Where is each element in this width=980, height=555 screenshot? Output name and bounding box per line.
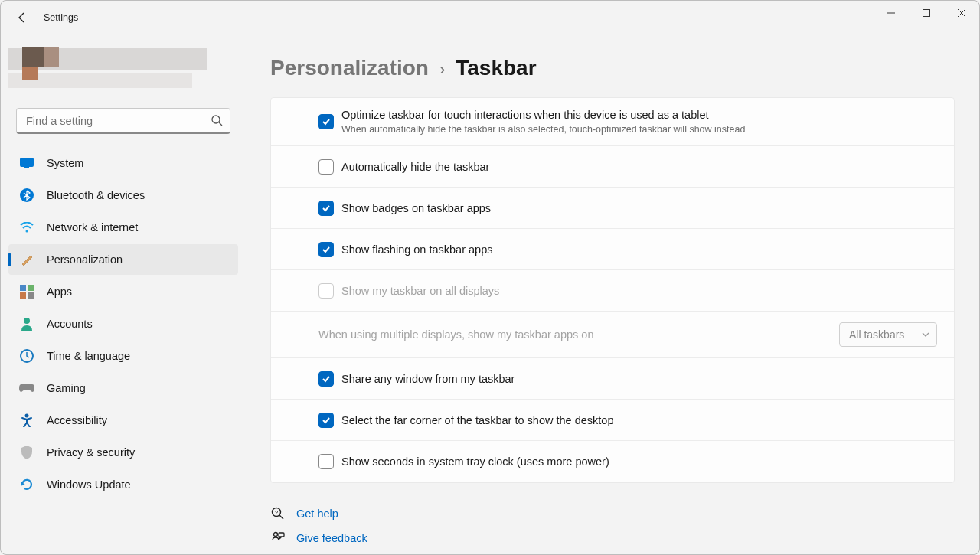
sidebar-item-accessibility[interactable]: Accessibility xyxy=(8,405,238,436)
setting-multi-display-apps: When using multiple displays, show my ta… xyxy=(271,312,954,358)
svg-rect-1 xyxy=(923,10,930,17)
sidebar-item-windows-update[interactable]: Windows Update xyxy=(8,469,238,500)
checkbox-share-window[interactable] xyxy=(318,371,334,387)
chevron-down-icon xyxy=(921,330,930,339)
sidebar-item-label: System xyxy=(47,157,83,169)
setting-label: Show seconds in system tray clock (uses … xyxy=(341,455,609,468)
setting-label: Show my taskbar on all displays xyxy=(341,285,499,297)
sidebar-item-label: Personalization xyxy=(47,253,122,266)
sidebar-item-label: Windows Update xyxy=(47,478,131,491)
dropdown-value: All taskbars xyxy=(849,328,904,341)
sidebar-item-apps[interactable]: Apps xyxy=(8,276,238,307)
link-text: Get help xyxy=(296,508,338,520)
update-icon xyxy=(19,477,34,492)
sidebar-nav: System Bluetooth & devices Network & int… xyxy=(8,145,238,504)
checkbox-optimize-touch[interactable] xyxy=(318,114,334,129)
sidebar-item-network[interactable]: Network & internet xyxy=(8,212,238,243)
dropdown-multi-display: All taskbars xyxy=(839,322,937,347)
shield-icon xyxy=(19,445,34,460)
main-content: Personalization › Taskbar Optimize taskb… xyxy=(246,34,979,554)
svg-point-12 xyxy=(24,318,30,324)
feedback-icon xyxy=(270,531,286,546)
svg-rect-10 xyxy=(20,292,26,299)
clock-globe-icon xyxy=(19,348,34,364)
checkbox-far-corner[interactable] xyxy=(318,413,334,428)
setting-share-window[interactable]: Share any window from my taskbar xyxy=(271,358,954,400)
sidebar-item-system[interactable]: System xyxy=(8,148,238,178)
svg-rect-19 xyxy=(279,533,284,537)
taskbar-behaviors-panel: Optimize taskbar for touch interactions … xyxy=(270,97,955,483)
sidebar-item-time-language[interactable]: Time & language xyxy=(8,341,238,371)
svg-point-2 xyxy=(212,116,220,123)
paintbrush-icon xyxy=(19,252,34,267)
checkbox-show-seconds[interactable] xyxy=(318,454,334,469)
svg-rect-9 xyxy=(28,285,34,291)
close-icon xyxy=(958,9,965,17)
setting-all-displays: Show my taskbar on all displays xyxy=(271,270,954,312)
sidebar-item-label: Apps xyxy=(47,286,72,298)
setting-label: When using multiple displays, show my ta… xyxy=(318,328,593,341)
window-controls xyxy=(874,1,979,25)
svg-line-3 xyxy=(219,122,222,126)
svg-point-7 xyxy=(26,230,28,233)
search-input[interactable] xyxy=(16,108,230,134)
setting-label: Show badges on taskbar apps xyxy=(341,202,491,214)
give-feedback-link[interactable]: Give feedback xyxy=(270,531,955,546)
maximize-icon xyxy=(923,9,930,17)
person-icon xyxy=(19,316,34,331)
sidebar-item-gaming[interactable]: Gaming xyxy=(8,373,238,403)
system-icon xyxy=(19,155,34,171)
footer-links: ? Get help Give feedback xyxy=(270,506,955,546)
sidebar-item-label: Accounts xyxy=(47,318,93,330)
setting-sublabel: When automatically hide the taskbar is a… xyxy=(341,124,745,135)
wifi-icon xyxy=(19,220,34,235)
minimize-icon xyxy=(887,9,895,17)
title-bar: Settings xyxy=(1,1,979,34)
breadcrumb-current: Taskbar xyxy=(456,56,536,80)
sidebar-item-label: Bluetooth & devices xyxy=(47,189,145,201)
setting-optimize-touch[interactable]: Optimize taskbar for touch interactions … xyxy=(271,98,954,146)
setting-label: Optimize taskbar for touch interactions … xyxy=(341,109,745,121)
search-icon[interactable] xyxy=(211,114,223,126)
setting-auto-hide[interactable]: Automatically hide the taskbar xyxy=(271,146,954,188)
checkbox-auto-hide[interactable] xyxy=(318,159,334,175)
search-container xyxy=(16,108,230,134)
accessibility-icon xyxy=(19,413,34,428)
get-help-link[interactable]: ? Get help xyxy=(270,506,955,521)
setting-label: Share any window from my taskbar xyxy=(341,373,514,385)
sidebar-item-label: Time & language xyxy=(47,350,130,362)
setting-badges[interactable]: Show badges on taskbar apps xyxy=(271,188,954,229)
setting-flashing[interactable]: Show flashing on taskbar apps xyxy=(271,229,954,270)
svg-rect-4 xyxy=(20,158,34,167)
setting-show-seconds[interactable]: Show seconds in system tray clock (uses … xyxy=(271,441,954,482)
gamepad-icon xyxy=(19,380,34,396)
sidebar-item-privacy[interactable]: Privacy & security xyxy=(8,437,238,468)
sidebar-item-bluetooth[interactable]: Bluetooth & devices xyxy=(8,180,238,211)
link-text: Give feedback xyxy=(296,532,368,544)
sidebar-item-label: Accessibility xyxy=(47,414,107,426)
setting-label: Show flashing on taskbar apps xyxy=(341,243,493,256)
maximize-button[interactable] xyxy=(909,1,944,25)
setting-far-corner[interactable]: Select the far corner of the taskbar to … xyxy=(271,400,954,441)
minimize-button[interactable] xyxy=(874,1,909,25)
svg-text:?: ? xyxy=(275,509,279,516)
sidebar-item-label: Network & internet xyxy=(47,221,138,233)
sidebar-hero-art xyxy=(8,34,238,102)
help-icon: ? xyxy=(270,506,286,521)
svg-point-14 xyxy=(25,414,29,418)
checkbox-flashing[interactable] xyxy=(318,242,334,257)
sidebar-item-personalization[interactable]: Personalization xyxy=(8,244,238,275)
setting-label: Select the far corner of the taskbar to … xyxy=(341,414,613,426)
svg-rect-8 xyxy=(20,285,26,291)
checkbox-badges[interactable] xyxy=(318,201,334,216)
apps-icon xyxy=(19,284,34,299)
svg-point-18 xyxy=(274,533,278,537)
arrow-left-icon xyxy=(16,11,28,24)
breadcrumb-parent[interactable]: Personalization xyxy=(270,56,429,80)
sidebar-item-label: Privacy & security xyxy=(47,446,135,459)
sidebar-item-accounts[interactable]: Accounts xyxy=(8,309,238,339)
svg-line-17 xyxy=(279,515,283,519)
close-button[interactable] xyxy=(944,1,979,25)
back-button[interactable] xyxy=(7,2,38,33)
breadcrumb: Personalization › Taskbar xyxy=(270,56,955,80)
